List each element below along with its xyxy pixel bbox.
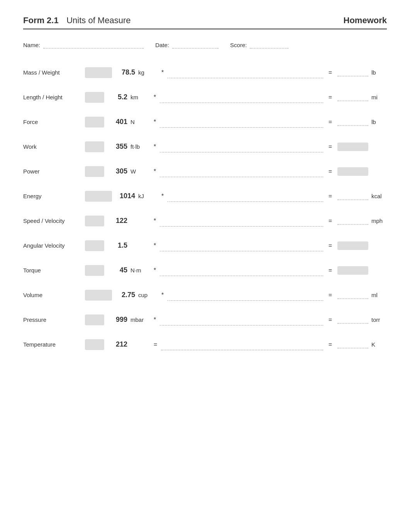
table-row: Mass / Weight78.5kg*= lb xyxy=(23,60,387,85)
row-label: Length / Height xyxy=(23,94,85,100)
row-label: Speed / Velocity xyxy=(23,218,85,224)
equals-sign: = xyxy=(329,193,332,200)
equals-sign: = xyxy=(329,218,332,224)
row-operator: * xyxy=(154,119,156,126)
answer-unit: mph xyxy=(371,218,387,224)
formula-input-line[interactable] xyxy=(161,350,323,350)
formula-input-line[interactable] xyxy=(168,300,323,301)
conversion-image xyxy=(85,92,104,103)
row-label: Energy xyxy=(23,193,85,199)
answer-input-line[interactable] xyxy=(337,341,368,348)
row-unit: kg xyxy=(138,69,158,76)
answer-unit: K xyxy=(371,341,387,348)
row-operator: * xyxy=(161,69,164,76)
answer-input-line[interactable] xyxy=(337,118,368,126)
answer-placeholder xyxy=(337,266,368,275)
table-row: Energy1014kJ*= kcal xyxy=(23,184,387,209)
row-unit: ft·lb xyxy=(130,143,150,150)
row-label: Work xyxy=(23,143,85,150)
formula-input-line[interactable] xyxy=(168,201,323,202)
row-unit: W xyxy=(130,168,150,175)
conversion-image xyxy=(85,117,104,127)
page-header: Form 2.1 Units of Measure Homework xyxy=(23,15,387,29)
answer-input-line[interactable] xyxy=(337,192,368,200)
date-field: Date: xyxy=(155,41,219,49)
equals-sign: = xyxy=(329,242,332,249)
answer-input-line[interactable] xyxy=(337,291,368,299)
formula-input-line[interactable] xyxy=(160,325,323,326)
answer-placeholder xyxy=(337,241,368,250)
row-unit: N·m xyxy=(130,267,150,274)
answer-unit: lb xyxy=(371,119,387,125)
row-unit: km xyxy=(130,94,150,100)
equals-sign: = xyxy=(329,267,332,274)
table-row: Volume2.75cup*= ml xyxy=(23,283,387,308)
row-operator: * xyxy=(154,168,156,175)
formula-input-line[interactable] xyxy=(160,226,323,227)
answer-input-line[interactable] xyxy=(337,316,368,324)
row-value: 999 xyxy=(108,316,127,324)
formula-input-line[interactable] xyxy=(168,78,323,78)
formula-input-line[interactable] xyxy=(160,152,323,153)
row-value: 45 xyxy=(108,266,127,274)
table-row: Speed / Velocity122*= mph xyxy=(23,209,387,233)
conversion-image xyxy=(85,67,112,78)
row-value: 401 xyxy=(108,118,127,126)
row-unit: mbar xyxy=(130,316,150,323)
conversion-image xyxy=(85,314,104,325)
row-value: 78.5 xyxy=(116,68,135,76)
conversion-image xyxy=(85,166,104,177)
equals-sign: = xyxy=(329,69,332,76)
equals-sign: = xyxy=(329,316,332,323)
conversion-image xyxy=(85,339,104,350)
table-row: Temperature212== K xyxy=(23,332,387,357)
row-label: Volume xyxy=(23,292,85,298)
row-label: Pressure xyxy=(23,316,85,323)
row-label: Power xyxy=(23,168,85,175)
formula-input-line[interactable] xyxy=(160,127,323,128)
form-subtitle: Units of Measure xyxy=(66,15,130,25)
row-operator: * xyxy=(154,316,156,323)
formula-input-line[interactable] xyxy=(160,102,323,103)
answer-input-line[interactable] xyxy=(337,93,368,101)
equals-sign: = xyxy=(329,143,332,150)
equals-sign: = xyxy=(329,292,332,299)
table-row: Torque45N·m*= xyxy=(23,258,387,283)
row-operator: = xyxy=(154,341,157,348)
table-row: Angular Velocity1.5*= xyxy=(23,233,387,258)
row-operator: * xyxy=(154,218,156,224)
date-input-line[interactable] xyxy=(172,41,219,49)
table-row: Pressure999mbar*= torr xyxy=(23,308,387,332)
answer-unit: torr xyxy=(371,316,387,323)
row-label: Mass / Weight xyxy=(23,69,85,76)
row-value: 355 xyxy=(108,143,127,151)
row-value: 122 xyxy=(108,217,127,225)
answer-placeholder xyxy=(337,143,368,151)
answer-input-line[interactable] xyxy=(337,217,368,225)
row-unit: N xyxy=(130,119,150,125)
formula-input-line[interactable] xyxy=(160,275,323,276)
conversion-image xyxy=(85,240,104,251)
row-operator: * xyxy=(161,292,164,299)
row-value: 212 xyxy=(108,340,127,348)
score-field: Score: xyxy=(230,41,288,49)
row-operator: * xyxy=(154,143,156,150)
name-field: Name: xyxy=(23,41,144,49)
score-input-line[interactable] xyxy=(250,41,288,49)
answer-input-line[interactable] xyxy=(337,69,368,76)
formula-input-line[interactable] xyxy=(160,251,323,252)
name-input-line[interactable] xyxy=(43,41,144,49)
row-operator: * xyxy=(154,267,156,274)
conversion-image xyxy=(85,265,104,276)
conversion-image xyxy=(85,290,112,301)
row-label: Angular Velocity xyxy=(23,242,85,249)
row-operator: * xyxy=(161,193,164,200)
assignment-type: Homework xyxy=(344,15,387,25)
row-value: 5.2 xyxy=(108,93,127,101)
row-operator: * xyxy=(154,242,156,249)
row-label: Torque xyxy=(23,267,85,274)
table-row: Power305W*= xyxy=(23,159,387,184)
row-unit: cup xyxy=(138,292,158,298)
row-value: 1014 xyxy=(116,192,135,200)
formula-input-line[interactable] xyxy=(160,177,323,177)
